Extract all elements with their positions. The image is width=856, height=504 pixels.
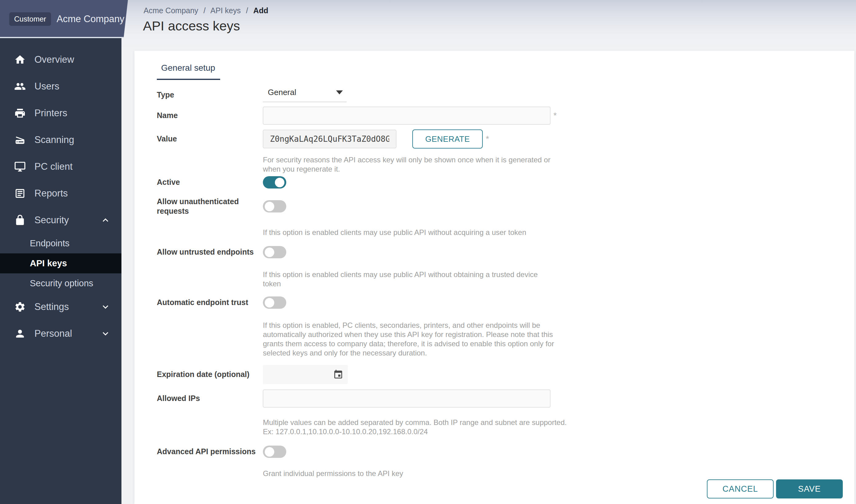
sidebar-item-security[interactable]: Security [0,206,122,233]
value-hint-row: For security reasons the API access key … [157,155,854,174]
sidebar-item-label: Security [34,215,69,226]
type-row: Type General [157,88,854,102]
allow-unauthenticated-hint-row: If this option is enabled clients may us… [157,228,854,237]
advanced-permissions-row: Advanced API permissions [157,446,854,458]
sidebar-nav: Overview Users Printers Scanning [0,38,122,347]
breadcrumb-company-link[interactable]: Acme Company [144,6,198,15]
sidebar-item-label: Printers [34,108,67,119]
sidebar-item-label: Users [34,81,59,92]
sidebar-item-personal[interactable]: Personal [0,320,122,347]
calendar-icon[interactable] [333,369,343,380]
api-key-form: Type General Name * Value GENERATE * [157,88,854,478]
sidebar-subitem-api-keys[interactable]: API keys [0,253,122,273]
scanner-icon [14,133,26,146]
allow-unauthenticated-toggle[interactable] [263,200,286,213]
toggle-knob [265,447,274,457]
auto-trust-label: Automatic endpoint trust [157,298,263,307]
breadcrumb-separator: / [246,6,248,15]
allowed-ips-input[interactable] [263,390,550,408]
form-card: General setup Type General Name * Value [135,51,854,504]
sidebar-item-users[interactable]: Users [0,73,122,100]
sidebar-item-scanning[interactable]: Scanning [0,126,122,153]
advanced-permissions-toggle[interactable] [263,446,286,458]
chevron-down-icon [100,301,111,312]
type-label: Type [157,90,263,100]
content-header: Acme Company / API keys / Add API access… [122,0,856,51]
name-label: Name [157,111,263,120]
value-hint: For security reasons the API access key … [263,155,557,174]
active-toggle[interactable] [263,176,286,188]
printer-icon [14,107,26,120]
sidebar-item-label: Overview [34,54,74,65]
monitor-icon [14,160,26,173]
chevron-up-icon [100,215,111,226]
sidebar-item-label: Personal [34,328,72,339]
cancel-button[interactable]: CANCEL [707,480,773,499]
generate-button[interactable]: GENERATE [412,129,483,148]
sidebar-subitem-label: API keys [30,258,67,268]
sidebar-subitem-security-options[interactable]: Security options [0,273,122,293]
value-label: Value [157,134,263,144]
users-icon [14,80,26,93]
value-input[interactable] [263,130,396,148]
customer-badge: Customer [9,12,51,26]
breadcrumb: Acme Company / API keys / Add [144,6,268,15]
toggle-knob [275,178,284,187]
sidebar: Overview Users Printers Scanning [0,0,122,504]
dropdown-arrow-icon [336,90,343,94]
expiration-label: Expiration date (optional) [157,370,263,379]
auto-trust-toggle[interactable] [263,296,286,309]
sidebar-subitem-label: Endpoints [30,238,70,249]
allow-untrusted-label: Allow untrusted endpoints [157,247,263,257]
sidebar-subitem-label: Security options [30,278,93,288]
sidebar-item-reports[interactable]: Reports [0,180,122,206]
auto-trust-hint-row: If this option is enabled, PC clients, s… [157,321,854,358]
save-button[interactable]: SAVE [776,480,843,499]
lock-icon [14,214,26,227]
sidebar-item-overview[interactable]: Overview [0,46,122,73]
allowed-ips-hint-row: Multiple values can be added separated b… [157,418,854,436]
sidebar-subitem-endpoints[interactable]: Endpoints [0,233,122,253]
chevron-down-icon [100,328,111,339]
app-window: Overview Users Printers Scanning [0,0,856,504]
auto-trust-hint: If this option is enabled, PC clients, s… [263,321,557,358]
breadcrumb-separator: / [203,6,206,15]
allow-unauthenticated-row: Allow unauthenticated requests [157,197,854,216]
form-actions: CANCEL SAVE [707,480,843,499]
allow-unauthenticated-hint: If this option is enabled clients may us… [263,228,527,237]
sidebar-item-label: Settings [34,301,69,312]
sidebar-item-printers[interactable]: Printers [0,100,122,126]
allow-untrusted-row: Allow untrusted endpoints [157,246,854,258]
app-header: Customer Acme Company [0,0,128,38]
toggle-knob [265,298,274,307]
allow-untrusted-toggle[interactable] [263,246,286,258]
sidebar-item-settings[interactable]: Settings [0,293,122,320]
sidebar-item-label: Reports [34,188,68,199]
allowed-ips-label: Allowed IPs [157,394,263,403]
home-icon [14,53,26,66]
advanced-permissions-hint-row: Grant individual permissions to the API … [157,469,854,478]
person-icon [14,327,26,340]
value-row: Value GENERATE * [157,129,854,148]
required-marker: * [553,111,557,121]
sidebar-item-label: Scanning [34,134,74,145]
sidebar-item-label: PC client [34,161,73,172]
breadcrumb-current: Add [253,6,268,15]
allowed-ips-hint: Multiple values can be added separated b… [263,418,567,436]
advanced-permissions-label: Advanced API permissions [157,447,263,456]
reports-icon [14,187,26,200]
sidebar-item-pc-client[interactable]: PC client [0,153,122,180]
allowed-ips-row: Allowed IPs [157,390,854,408]
expiration-date-field[interactable] [263,365,348,384]
tab-general-setup[interactable]: General setup [157,63,220,80]
type-select-value: General [268,88,297,97]
active-row: Active [157,176,854,188]
type-select[interactable]: General [263,88,346,102]
expiration-row: Expiration date (optional) [157,365,854,384]
breadcrumb-api-keys-link[interactable]: API keys [210,6,241,15]
toggle-knob [265,202,274,211]
page-title: API access keys [143,18,240,34]
name-row: Name * [157,107,854,125]
allow-unauthenticated-label: Allow unauthenticated requests [157,197,263,216]
name-input[interactable] [263,107,550,125]
